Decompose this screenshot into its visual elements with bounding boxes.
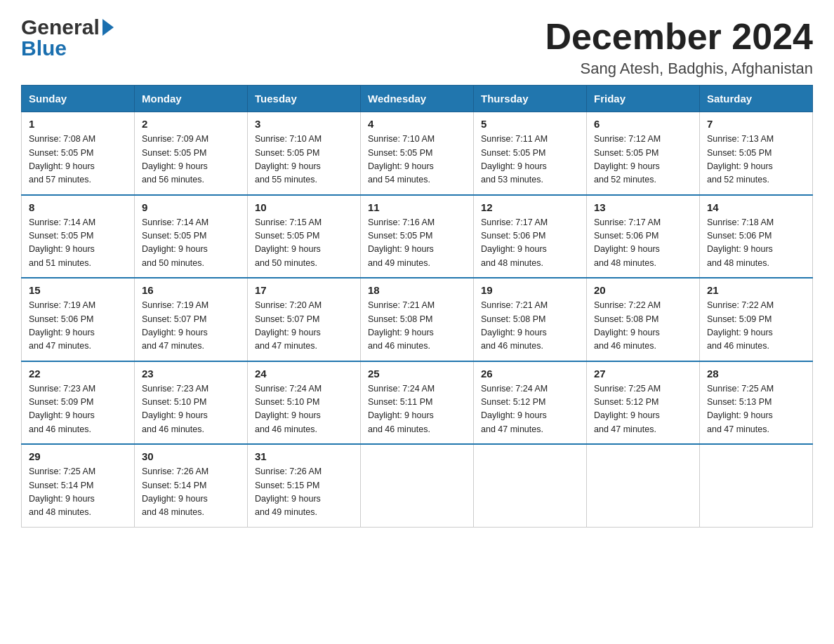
day-info: Sunrise: 7:26 AMSunset: 5:15 PMDaylight:…: [255, 467, 322, 517]
calendar-cell: 1 Sunrise: 7:08 AMSunset: 5:05 PMDayligh…: [22, 112, 135, 195]
day-info: Sunrise: 7:11 AMSunset: 5:05 PMDaylight:…: [481, 134, 548, 185]
day-number: 9: [142, 201, 240, 213]
calendar-cell: 21 Sunrise: 7:22 AMSunset: 5:09 PMDaylig…: [700, 278, 813, 361]
calendar-cell: 8 Sunrise: 7:14 AMSunset: 5:05 PMDayligh…: [22, 195, 135, 279]
calendar-cell: 19 Sunrise: 7:21 AMSunset: 5:08 PMDaylig…: [474, 278, 587, 361]
day-info: Sunrise: 7:19 AMSunset: 5:06 PMDaylight:…: [29, 300, 95, 351]
day-number: 24: [255, 368, 353, 380]
calendar-cell: 11 Sunrise: 7:16 AMSunset: 5:05 PMDaylig…: [361, 195, 474, 279]
day-number: 23: [142, 368, 240, 380]
page-subtitle: Sang Atesh, Badghis, Afghanistan: [545, 60, 813, 78]
day-number: 15: [29, 284, 127, 296]
day-info: Sunrise: 7:17 AMSunset: 5:06 PMDaylight:…: [481, 217, 548, 268]
calendar-cell: 24 Sunrise: 7:24 AMSunset: 5:10 PMDaylig…: [248, 361, 361, 445]
day-info: Sunrise: 7:22 AMSunset: 5:09 PMDaylight:…: [707, 300, 774, 351]
calendar-day-header: Friday: [587, 86, 700, 112]
calendar-cell: 31 Sunrise: 7:26 AMSunset: 5:15 PMDaylig…: [248, 444, 361, 527]
calendar-cell: [587, 444, 700, 527]
calendar-cell: 20 Sunrise: 7:22 AMSunset: 5:08 PMDaylig…: [587, 278, 700, 361]
calendar-week-row: 8 Sunrise: 7:14 AMSunset: 5:05 PMDayligh…: [22, 195, 813, 279]
day-info: Sunrise: 7:21 AMSunset: 5:08 PMDaylight:…: [481, 300, 548, 351]
logo-triangle-icon: [102, 19, 114, 36]
day-number: 14: [707, 201, 805, 213]
calendar-cell: 17 Sunrise: 7:20 AMSunset: 5:07 PMDaylig…: [248, 278, 361, 361]
day-number: 6: [594, 118, 692, 130]
calendar-cell: 3 Sunrise: 7:10 AMSunset: 5:05 PMDayligh…: [248, 112, 361, 195]
calendar-header-row: SundayMondayTuesdayWednesdayThursdayFrid…: [22, 86, 813, 112]
day-info: Sunrise: 7:15 AMSunset: 5:05 PMDaylight:…: [255, 217, 322, 268]
day-info: Sunrise: 7:25 AMSunset: 5:14 PMDaylight:…: [29, 467, 95, 517]
day-number: 10: [255, 201, 353, 213]
calendar-cell: 5 Sunrise: 7:11 AMSunset: 5:05 PMDayligh…: [474, 112, 587, 195]
calendar-cell: 4 Sunrise: 7:10 AMSunset: 5:05 PMDayligh…: [361, 112, 474, 195]
day-info: Sunrise: 7:14 AMSunset: 5:05 PMDaylight:…: [29, 217, 95, 268]
day-info: Sunrise: 7:17 AMSunset: 5:06 PMDaylight:…: [594, 217, 661, 268]
page-header: General Blue December 2024 Sang Atesh, B…: [21, 17, 813, 78]
day-info: Sunrise: 7:10 AMSunset: 5:05 PMDaylight:…: [255, 134, 322, 185]
calendar-cell: 12 Sunrise: 7:17 AMSunset: 5:06 PMDaylig…: [474, 195, 587, 279]
day-number: 26: [481, 368, 579, 380]
calendar-cell: [474, 444, 587, 527]
day-number: 2: [142, 118, 240, 130]
day-number: 16: [142, 284, 240, 296]
day-info: Sunrise: 7:24 AMSunset: 5:11 PMDaylight:…: [368, 384, 435, 434]
calendar-day-header: Sunday: [22, 86, 135, 112]
calendar-day-header: Monday: [135, 86, 248, 112]
day-info: Sunrise: 7:26 AMSunset: 5:14 PMDaylight:…: [142, 467, 208, 517]
logo-general: General: [21, 17, 114, 38]
day-info: Sunrise: 7:09 AMSunset: 5:05 PMDaylight:…: [142, 134, 208, 185]
day-info: Sunrise: 7:10 AMSunset: 5:05 PMDaylight:…: [368, 134, 435, 185]
logo-blue: Blue: [21, 38, 114, 59]
day-info: Sunrise: 7:24 AMSunset: 5:10 PMDaylight:…: [255, 384, 322, 434]
day-number: 31: [255, 450, 353, 462]
day-info: Sunrise: 7:08 AMSunset: 5:05 PMDaylight:…: [29, 134, 95, 185]
day-number: 28: [707, 368, 805, 380]
calendar-cell: 18 Sunrise: 7:21 AMSunset: 5:08 PMDaylig…: [361, 278, 474, 361]
calendar-day-header: Wednesday: [361, 86, 474, 112]
day-number: 25: [368, 368, 466, 380]
day-number: 4: [368, 118, 466, 130]
day-info: Sunrise: 7:23 AMSunset: 5:09 PMDaylight:…: [29, 384, 95, 434]
day-info: Sunrise: 7:21 AMSunset: 5:08 PMDaylight:…: [368, 300, 435, 351]
calendar-cell: 9 Sunrise: 7:14 AMSunset: 5:05 PMDayligh…: [135, 195, 248, 279]
calendar-day-header: Saturday: [700, 86, 813, 112]
day-info: Sunrise: 7:24 AMSunset: 5:12 PMDaylight:…: [481, 384, 548, 434]
day-number: 12: [481, 201, 579, 213]
calendar-cell: 26 Sunrise: 7:24 AMSunset: 5:12 PMDaylig…: [474, 361, 587, 445]
day-number: 18: [368, 284, 466, 296]
day-number: 21: [707, 284, 805, 296]
day-number: 13: [594, 201, 692, 213]
calendar-cell: 22 Sunrise: 7:23 AMSunset: 5:09 PMDaylig…: [22, 361, 135, 445]
page-title: December 2024: [545, 17, 813, 57]
day-number: 11: [368, 201, 466, 213]
calendar-week-row: 1 Sunrise: 7:08 AMSunset: 5:05 PMDayligh…: [22, 112, 813, 195]
calendar-cell: 25 Sunrise: 7:24 AMSunset: 5:11 PMDaylig…: [361, 361, 474, 445]
calendar-day-header: Tuesday: [248, 86, 361, 112]
day-number: 29: [29, 450, 127, 462]
day-info: Sunrise: 7:20 AMSunset: 5:07 PMDaylight:…: [255, 300, 322, 351]
day-info: Sunrise: 7:19 AMSunset: 5:07 PMDaylight:…: [142, 300, 208, 351]
calendar-cell: [361, 444, 474, 527]
calendar-cell: 15 Sunrise: 7:19 AMSunset: 5:06 PMDaylig…: [22, 278, 135, 361]
day-number: 22: [29, 368, 127, 380]
day-info: Sunrise: 7:16 AMSunset: 5:05 PMDaylight:…: [368, 217, 435, 268]
day-info: Sunrise: 7:14 AMSunset: 5:05 PMDaylight:…: [142, 217, 208, 268]
calendar-cell: 28 Sunrise: 7:25 AMSunset: 5:13 PMDaylig…: [700, 361, 813, 445]
day-number: 1: [29, 118, 127, 130]
calendar-cell: [700, 444, 813, 527]
day-info: Sunrise: 7:25 AMSunset: 5:12 PMDaylight:…: [594, 384, 661, 434]
day-number: 7: [707, 118, 805, 130]
day-info: Sunrise: 7:18 AMSunset: 5:06 PMDaylight:…: [707, 217, 774, 268]
calendar-cell: 23 Sunrise: 7:23 AMSunset: 5:10 PMDaylig…: [135, 361, 248, 445]
calendar-day-header: Thursday: [474, 86, 587, 112]
calendar-cell: 29 Sunrise: 7:25 AMSunset: 5:14 PMDaylig…: [22, 444, 135, 527]
title-block: December 2024 Sang Atesh, Badghis, Afgha…: [545, 17, 813, 78]
day-info: Sunrise: 7:13 AMSunset: 5:05 PMDaylight:…: [707, 134, 774, 185]
logo-general-text: General: [21, 17, 100, 38]
day-number: 17: [255, 284, 353, 296]
day-info: Sunrise: 7:22 AMSunset: 5:08 PMDaylight:…: [594, 300, 661, 351]
day-number: 30: [142, 450, 240, 462]
logo-blue-text: Blue: [21, 38, 67, 59]
logo: General Blue: [21, 17, 114, 59]
day-number: 5: [481, 118, 579, 130]
